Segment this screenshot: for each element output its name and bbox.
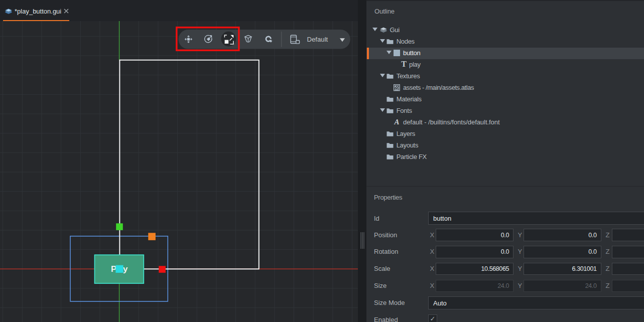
svg-text:Default: Default — [307, 36, 328, 43]
